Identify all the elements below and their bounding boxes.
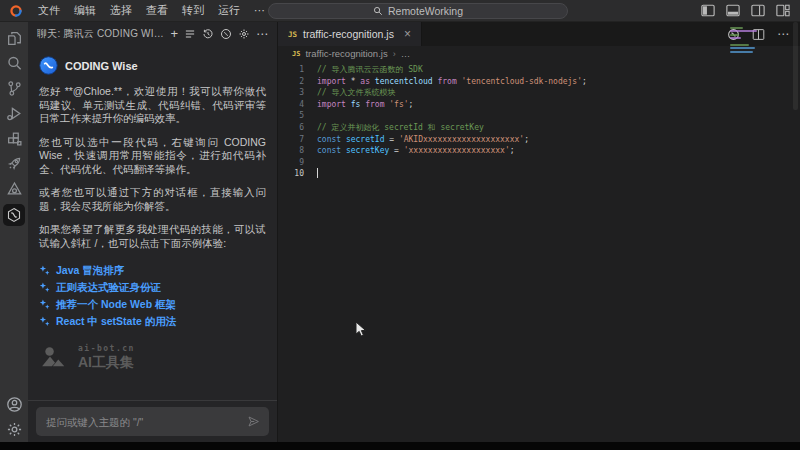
coding-logo-icon bbox=[9, 4, 23, 18]
line-number: 5 bbox=[278, 110, 304, 122]
example-prompt-label: Java 冒泡排序 bbox=[56, 264, 124, 278]
code-line[interactable]: 4import fs from 'fs'; bbox=[278, 99, 800, 111]
menu-item[interactable]: 选择 bbox=[103, 3, 139, 18]
explorer-icon[interactable] bbox=[0, 26, 28, 51]
minimap[interactable] bbox=[730, 27, 772, 54]
menu-item[interactable]: 运行 bbox=[211, 3, 247, 18]
message-paragraph: 您好 **@Chloe.**，欢迎使用！我可以帮你做代码建议、单元测试生成、代码… bbox=[39, 85, 266, 126]
line-number: 7 bbox=[278, 134, 304, 146]
editor-tab-bar: JS traffic-recognition.js × ⋯ bbox=[278, 22, 800, 46]
chat-panel: 聊天: 腾讯云 CODING WISE + ⋯ bbox=[28, 22, 278, 442]
send-icon[interactable] bbox=[247, 415, 260, 428]
code-line[interactable]: 10 bbox=[278, 168, 800, 180]
tab-label: traffic-recognition.js bbox=[303, 28, 394, 40]
breadcrumb-file[interactable]: traffic-recognition.js bbox=[305, 48, 387, 59]
watermark-name: AI工具集 bbox=[78, 354, 135, 372]
javascript-file-icon-small: JS bbox=[292, 50, 300, 58]
minimap-line bbox=[730, 44, 749, 46]
coding-wise-sidebar-icon[interactable] bbox=[0, 201, 28, 228]
minimap-line bbox=[730, 37, 741, 39]
breadcrumb[interactable]: JS traffic-recognition.js › … bbox=[278, 46, 800, 61]
code-line[interactable]: 8const secretKey = 'xxxxxxxxxxxxxxxxxxxx… bbox=[278, 145, 800, 157]
code-text: const secretId = 'AKIDxxxxxxxxxxxxxxxxxx… bbox=[304, 134, 529, 146]
settings-gear-icon[interactable] bbox=[6, 421, 23, 438]
sparkle-icon bbox=[39, 282, 50, 293]
menu-item[interactable]: 编辑 bbox=[67, 3, 103, 18]
chat-settings-gear-icon[interactable] bbox=[238, 28, 250, 40]
message-paragraph: 或者您也可以通过下方的对话框，直接输入问题，我会尽我所能为你解答。 bbox=[39, 186, 266, 213]
code-line[interactable]: 1// 导入腾讯云云函数的 SDK bbox=[278, 64, 800, 76]
chat-input-bar bbox=[28, 400, 277, 442]
window-bottom-edge bbox=[0, 442, 800, 450]
example-prompt-link[interactable]: React 中 setState 的用法 bbox=[39, 313, 266, 330]
line-number: 4 bbox=[278, 99, 304, 111]
menu-item[interactable]: 文件 bbox=[31, 3, 67, 18]
rocket-icon[interactable] bbox=[0, 151, 28, 176]
code-text: // 定义并初始化 secretId 和 secretKey bbox=[304, 122, 484, 134]
chat-input[interactable] bbox=[36, 416, 247, 428]
source-control-icon[interactable] bbox=[0, 76, 28, 101]
editor-group: JS traffic-recognition.js × ⋯ JS traffic… bbox=[278, 22, 800, 442]
code-text: // 导入文件系统模块 bbox=[304, 87, 395, 99]
code-text: // 导入腾讯云云函数的 SDK bbox=[304, 64, 423, 76]
menu-item[interactable]: 查看 bbox=[139, 3, 175, 18]
cloud-toolkit-icon[interactable] bbox=[0, 176, 28, 201]
line-number: 3 bbox=[278, 87, 304, 99]
chat-more-icon[interactable]: ⋯ bbox=[256, 27, 269, 41]
minimap-line bbox=[730, 47, 755, 49]
code-line[interactable]: 9 bbox=[278, 157, 800, 169]
sparkle-icon bbox=[39, 299, 50, 310]
account-icon[interactable] bbox=[6, 396, 23, 413]
code-line[interactable]: 2import * as tencentcloud from 'tencentc… bbox=[278, 76, 800, 88]
example-prompt-link[interactable]: 推荐一个 Node Web 框架 bbox=[39, 296, 266, 313]
minimap-line bbox=[730, 27, 743, 29]
toggle-secondary-sidebar-icon[interactable] bbox=[751, 4, 765, 17]
coding-wise-mini-icon[interactable] bbox=[220, 28, 232, 40]
code-text: import fs from 'fs'; bbox=[304, 99, 413, 111]
history-icon[interactable] bbox=[202, 28, 214, 40]
customize-layout-icon[interactable] bbox=[776, 4, 790, 17]
new-chat-icon[interactable]: + bbox=[170, 27, 178, 40]
run-and-debug-icon[interactable] bbox=[0, 101, 28, 126]
line-number: 6 bbox=[278, 122, 304, 134]
example-prompt-label: 正则表达式验证身份证 bbox=[56, 281, 161, 295]
editor-more-actions-icon[interactable]: ⋯ bbox=[777, 27, 790, 41]
title-bar: 文件编辑选择查看转到运行 ⋯ ← → RemoteWorking bbox=[0, 0, 800, 22]
menu-item[interactable]: 转到 bbox=[175, 3, 211, 18]
code-line[interactable]: 6// 定义并初始化 secretId 和 secretKey bbox=[278, 122, 800, 134]
minimap-line bbox=[730, 34, 739, 36]
line-number: 8 bbox=[278, 145, 304, 157]
assistant-message: 您好 **@Chloe.**，欢迎使用！我可以帮你做代码建议、单元测试生成、代码… bbox=[39, 85, 266, 250]
extensions-icon[interactable] bbox=[0, 126, 28, 151]
code-text: const secretKey = 'xxxxxxxxxxxxxxxxxxxx'… bbox=[304, 145, 515, 157]
mouse-cursor bbox=[355, 321, 368, 338]
vscode-window: 文件编辑选择查看转到运行 ⋯ ← → RemoteWorking bbox=[0, 0, 800, 450]
tab-close-icon[interactable]: × bbox=[404, 27, 411, 41]
code-line[interactable]: 3// 导入文件系统模块 bbox=[278, 87, 800, 99]
tab-traffic-recognition[interactable]: JS traffic-recognition.js × bbox=[278, 22, 422, 46]
example-prompts: Java 冒泡排序正则表达式验证身份证推荐一个 Node Web 框架React… bbox=[39, 262, 266, 330]
code-editor[interactable]: 1// 导入腾讯云云函数的 SDK2import * as tencentclo… bbox=[278, 61, 800, 180]
code-line[interactable]: 7const secretId = 'AKIDxxxxxxxxxxxxxxxxx… bbox=[278, 134, 800, 146]
chat-panel-title: 聊天: 腾讯云 CODING WISE bbox=[37, 27, 164, 41]
ai-bot-logo-icon bbox=[41, 346, 71, 370]
example-prompt-label: 推荐一个 Node Web 框架 bbox=[56, 298, 176, 312]
toggle-sidebar-icon[interactable] bbox=[701, 4, 715, 17]
toggle-panel-icon[interactable] bbox=[726, 4, 740, 17]
line-number: 10 bbox=[278, 168, 304, 180]
assistant-avatar bbox=[39, 56, 58, 75]
search-sidebar-icon[interactable] bbox=[0, 51, 28, 76]
search-icon bbox=[373, 6, 383, 16]
example-prompt-link[interactable]: 正则表达式验证身份证 bbox=[39, 279, 266, 296]
sparkle-icon bbox=[39, 265, 50, 276]
code-line[interactable]: 5 bbox=[278, 110, 800, 122]
sparkle-icon bbox=[39, 316, 50, 327]
line-number: 9 bbox=[278, 157, 304, 169]
editor-scrollbar[interactable] bbox=[793, 22, 798, 110]
example-prompt-link[interactable]: Java 冒泡排序 bbox=[39, 262, 266, 279]
breadcrumb-separator: › bbox=[393, 49, 396, 59]
breadcrumb-symbol[interactable]: … bbox=[401, 48, 411, 59]
line-number: 1 bbox=[278, 64, 304, 76]
search-box[interactable]: RemoteWorking bbox=[268, 3, 568, 19]
chat-sessions-icon[interactable] bbox=[184, 28, 196, 40]
